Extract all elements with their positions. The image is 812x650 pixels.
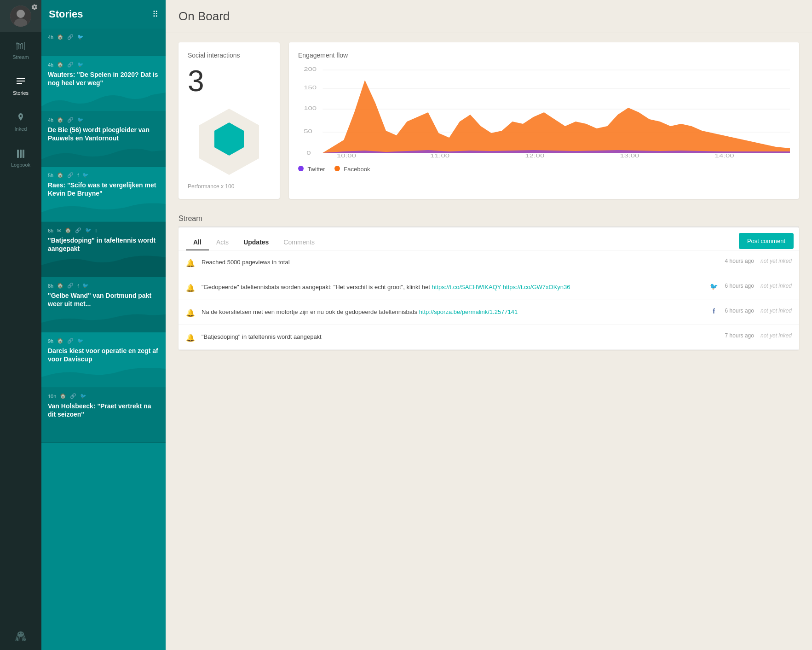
svg-rect-6 (17, 150, 19, 158)
facebook-icon: f (77, 173, 79, 178)
story-meta: 4h 🏠 🔗 🐦 (48, 34, 159, 40)
social-interactions-title: Social interactions (188, 52, 271, 59)
svg-text:200: 200 (304, 66, 317, 72)
link-icon: 🔗 (67, 62, 74, 68)
story-item[interactable]: 4h 🏠 🔗 🐦 (41, 29, 166, 56)
twitter-icon: 🐦 (77, 34, 84, 40)
story-item[interactable]: 10h 🏠 🔗 🐦 Van Holsbeeck: "Praet vertrekt… (41, 388, 166, 443)
stream-inked: not yet inked (760, 308, 792, 314)
svg-text:100: 100 (304, 105, 317, 111)
sidebar-item-logbook-label: Logbook (11, 162, 30, 168)
story-item[interactable]: 6h ✉ 🏠 🔗 🐦 f "Batjesdoping" in tafeltenn… (41, 222, 166, 277)
engagement-flow-title: Engagement flow (298, 52, 790, 59)
twitter-legend-label: Twitter (307, 166, 325, 173)
stream-item: 🔔 Reached 5000 pageviews in total 4 hour… (179, 250, 799, 275)
link-icon: 🔗 (67, 283, 74, 289)
svg-text:12:00: 12:00 (525, 153, 544, 158)
facebook-legend: Facebook (334, 166, 370, 173)
stream-link-2[interactable]: https://t.co/GW7xOKyn36 (503, 284, 570, 290)
stream-time: 6 hours ago (725, 308, 754, 314)
performance-label: Performance x 100 (188, 183, 271, 190)
twitter-icon: 🐦 (77, 338, 84, 344)
sidebar-item-inked[interactable]: Inked (0, 104, 41, 140)
stream-card: Post comment All Acts Updates Comments 🔔… (179, 227, 799, 350)
facebook-icon: f (709, 308, 719, 315)
page-header: On Board (166, 0, 812, 33)
twitter-legend: Twitter (298, 166, 325, 173)
story-item[interactable]: 4h 🏠 🔗 🐦 De Bie (56) wordt ploegleider v… (41, 111, 166, 167)
stories-menu-icon[interactable]: ⠿ (152, 9, 158, 19)
facebook-icon: f (95, 228, 97, 233)
story-meta: 6h ✉ 🏠 🔗 🐦 f (48, 227, 159, 233)
avatar[interactable] (0, 0, 41, 32)
svg-rect-4 (17, 81, 25, 81)
home-icon: 🏠 (57, 283, 63, 289)
main-content: On Board Social interactions 3 Performan… (166, 0, 812, 650)
bell-icon: 🔔 (186, 308, 195, 317)
story-meta: 9h 🏠 🔗 🐦 (48, 338, 159, 344)
stream-inked: not yet inked (760, 283, 792, 289)
sidebar-item-stream[interactable]: Stream (0, 32, 41, 68)
story-item[interactable]: 8h 🏠 🔗 f 🐦 "Gelbe Wand" van Dortmund pak… (41, 277, 166, 332)
svg-rect-7 (20, 150, 22, 158)
page-title: On Board (179, 9, 799, 23)
story-meta: 4h 🏠 🔗 🐦 (48, 117, 159, 123)
home-icon: 🏠 (57, 338, 63, 344)
home-icon: 🏠 (57, 34, 63, 40)
stream-inked: not yet inked (760, 258, 792, 264)
svg-text:11:00: 11:00 (430, 153, 449, 158)
tab-acts[interactable]: Acts (209, 235, 236, 250)
gear-icon[interactable] (31, 4, 38, 12)
stories-header: Stories ⠿ (41, 0, 166, 29)
story-item[interactable]: 5h 🏠 🔗 f 🐦 Raes: "Scifo was te vergelijk… (41, 167, 166, 222)
twitter-icon: 🐦 (85, 227, 92, 233)
twitter-icon: 🐦 (77, 62, 84, 68)
stream-section-title: Stream (179, 208, 799, 227)
link-icon: 🔗 (67, 34, 74, 40)
svg-text:50: 50 (304, 128, 312, 134)
stream-link[interactable]: https://t.co/SAEHWIKAQY (432, 284, 501, 290)
story-title: De Bie (56) wordt ploegleider van Pauwel… (48, 126, 159, 142)
link-icon: 🔗 (67, 172, 74, 178)
stream-content: "Gedopeerde" tafeltennisbats worden aang… (202, 283, 703, 292)
post-comment-button[interactable]: Post comment (739, 233, 794, 249)
tab-updates[interactable]: Updates (236, 235, 276, 250)
sidebar-item-stream-label: Stream (12, 54, 29, 60)
hexagon-container (188, 100, 271, 183)
sidebar-item-logbook[interactable]: Logbook (0, 140, 41, 176)
svg-rect-5 (17, 83, 22, 84)
bell-icon: 🔔 (186, 333, 195, 342)
stream-link[interactable]: http://sporza.be/permalink/1.2577141 (419, 308, 518, 315)
email-icon: ✉ (57, 227, 61, 233)
tab-comments[interactable]: Comments (276, 235, 322, 250)
twitter-icon: 🐦 (82, 172, 89, 178)
svg-text:10:00: 10:00 (337, 153, 356, 158)
svg-text:150: 150 (304, 85, 317, 90)
story-title: Wauters: "De Spelen in 2020? Dat is nog … (48, 70, 159, 87)
story-item[interactable]: 9h 🏠 🔗 🐦 Darcis kiest voor operatie en z… (41, 332, 166, 388)
story-item[interactable]: 4h 🏠 🔗 🐦 Wauters: "De Spelen in 2020? Da… (41, 56, 166, 111)
stream-time: 4 hours ago (725, 258, 754, 264)
story-meta: 5h 🏠 🔗 f 🐦 (48, 172, 159, 178)
home-icon: 🏠 (65, 227, 71, 233)
story-title: Raes: "Scifo was te vergelijken met Kevi… (48, 181, 159, 197)
story-meta: 4h 🏠 🔗 🐦 (48, 62, 159, 68)
chart-legend: Twitter Facebook (298, 166, 790, 173)
chart-area: 200 150 100 50 0 10:00 (298, 66, 790, 177)
sidebar-item-stories-label: Stories (13, 90, 29, 96)
sidebar-item-stories[interactable]: Stories (0, 68, 41, 104)
story-title: Van Holsbeeck: "Praet vertrekt na dit se… (48, 402, 159, 418)
stream-section: Stream Post comment All Acts Updates Com… (166, 208, 812, 363)
stories-panel: Stories ⠿ 4h 🏠 🔗 🐦 4h 🏠 🔗 🐦 Wauters: "De… (41, 0, 166, 650)
stream-item: 🔔 "Batjesdoping" in tafeltennis wordt aa… (179, 325, 799, 350)
bell-icon: 🔔 (186, 259, 195, 267)
home-icon: 🏠 (57, 62, 63, 68)
stream-item: 🔔 "Gedopeerde" tafeltennisbats worden aa… (179, 275, 799, 300)
tab-all[interactable]: All (186, 235, 209, 250)
stories-title: Stories (49, 8, 83, 20)
engagement-flow-card: Engagement flow 200 150 100 50 0 (289, 42, 799, 199)
svg-point-10 (19, 633, 20, 634)
link-icon: 🔗 (75, 227, 81, 233)
svg-rect-3 (17, 78, 25, 79)
social-interactions-card: Social interactions 3 Performance x 100 (179, 42, 280, 199)
